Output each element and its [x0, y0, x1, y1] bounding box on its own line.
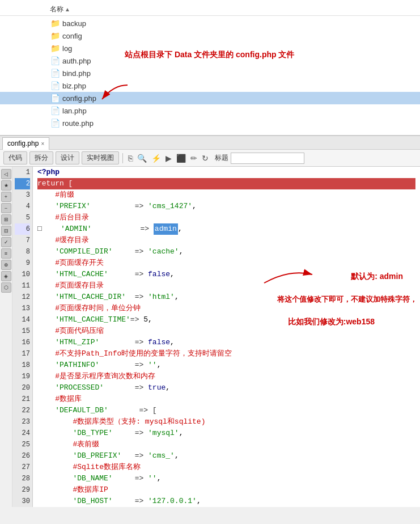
sidebar-icon-7[interactable]: ✓ [1, 237, 11, 247]
refresh-icon-button[interactable]: ↻ [200, 153, 210, 163]
live-view-button[interactable]: 实时视图 [82, 151, 119, 164]
stop-icon-button[interactable]: ⬛ [175, 153, 188, 163]
arrow-admin-annotation [261, 263, 318, 286]
php-file-icon: 📄 [50, 106, 60, 115]
code-editor[interactable]: 1 2 3 4 5 6 7 8 9 10 11 12 13 14 15 16 1… [12, 167, 420, 507]
line-num-30: 30 [15, 496, 30, 507]
pencil-icon-button[interactable]: ✏ [189, 153, 199, 163]
code-line-1: <?php [37, 167, 415, 178]
tab-close-button[interactable]: × [41, 141, 44, 147]
expand-icon-button[interactable]: ⚡ [150, 153, 163, 163]
tab-bar: config.php × [0, 136, 420, 150]
file-item-biz-php[interactable]: 📄 biz.php [0, 79, 420, 92]
zoom-icon-button[interactable]: 🔍 [135, 153, 149, 163]
sidebar-icon-11[interactable]: ⬡ [1, 282, 11, 293]
tab-label: config.php [7, 140, 39, 147]
line-num-27: 27 [15, 462, 30, 473]
line-num-12: 12 [15, 291, 30, 303]
code-line-6: □ 'ADMIN' => admin, [37, 223, 415, 235]
line-num-7: 7 [15, 235, 30, 246]
php-file-icon: 📄 [50, 56, 60, 65]
file-name: biz.php [62, 82, 86, 90]
sidebar-icon-8[interactable]: ≡ [1, 248, 11, 259]
line-num-6: 6 [15, 223, 30, 235]
line-num-14: 14 [15, 314, 30, 326]
line-num-18: 18 [15, 360, 30, 371]
file-list: 📁 backup 📁 config 📁 log 📄 auth.php 📄 bin… [0, 16, 420, 130]
code-line-22: 'DEFAULT_DB' => [ [37, 405, 415, 416]
sidebar-icon-1[interactable]: ◁ [1, 169, 11, 179]
line-num-26: 26 [15, 450, 30, 462]
file-name: config [62, 32, 82, 40]
code-line-27: #Sqlite数据库名称 [37, 462, 415, 473]
code-line-20: 'PROCESSED' => true, [37, 382, 415, 394]
title-input[interactable] [231, 153, 304, 164]
file-explorer-header: 名称 ▲ [0, 2, 420, 16]
code-line-21: #数据库 [37, 394, 415, 405]
code-line-5: #后台目录 [37, 212, 415, 223]
play-icon-button[interactable]: ▶ [164, 153, 173, 163]
code-line-15: #页面代码压缩 [37, 326, 415, 337]
sidebar-icon-3[interactable]: + [1, 192, 11, 202]
line-num-22: 22 [15, 405, 30, 416]
code-line-2: return [ [37, 178, 415, 189]
code-line-18: 'PATHINFO' => '', [37, 360, 415, 371]
code-line-3: #前缀 [37, 189, 415, 201]
annotation-modify-tip: 将这个值修改下即可，不建议加特殊字符， [277, 294, 417, 305]
sidebar-icon-10[interactable]: ◈ [1, 271, 11, 281]
tab-config-php[interactable]: config.php × [2, 137, 49, 150]
code-content[interactable]: <?php return [ #前缀 'PREFIX' => 'cms_1427… [33, 167, 420, 507]
line-num-24: 24 [15, 428, 30, 439]
line-num-29: 29 [15, 484, 30, 496]
sidebar-icon-9[interactable]: ⊕ [1, 260, 11, 270]
file-item-config[interactable]: 📁 config [0, 29, 420, 42]
split-button[interactable]: 拆分 [29, 151, 53, 164]
file-explorer: 名称 ▲ 站点根目录下 Data 文件夹里的 config.php 文件 📁 b… [0, 0, 420, 136]
sidebar-icon-4[interactable]: − [1, 203, 11, 213]
file-item-route-php[interactable]: 📄 route.php [0, 117, 420, 129]
line-num-10: 10 [15, 269, 30, 280]
line-num-20: 20 [15, 382, 30, 394]
annotation-example: 比如我们修改为:web158 [288, 317, 375, 327]
line-num-1: 1 [15, 167, 30, 178]
left-sidebar: ◁ ★ + − ⊞ ⊟ ✓ ≡ ⊕ ◈ ⬡ [0, 167, 12, 507]
annotation-default-admin: 默认为: admin [351, 272, 403, 282]
sidebar-icon-5[interactable]: ⊞ [1, 214, 11, 225]
line-num-19: 19 [15, 371, 30, 382]
line-num-3: 3 [15, 189, 30, 201]
code-line-19: #是否显示程序查询次数和内存 [37, 371, 415, 382]
toolbar-separator [122, 153, 123, 163]
file-item-backup[interactable]: 📁 backup [0, 17, 420, 29]
file-name: route.php [62, 119, 94, 128]
line-num-15: 15 [15, 326, 30, 337]
folder-icon: 📁 [50, 44, 60, 53]
annotation-text: 站点根目录下 Data 文件夹里的 config.php 文件 [125, 50, 294, 60]
file-name: auth.php [62, 57, 91, 65]
code-line-16: 'HTML_ZIP' => false, [37, 337, 415, 348]
line-num-8: 8 [15, 246, 30, 257]
line-num-16: 16 [15, 337, 30, 348]
folder-icon: 📁 [50, 19, 60, 28]
code-button[interactable]: 代码 [3, 151, 27, 164]
toolbar: 代码 拆分 设计 实时视图 ⎘ 🔍 ⚡ ▶ ⬛ ✏ ↻ 标题 [0, 150, 420, 167]
copy-icon-button[interactable]: ⎘ [126, 153, 134, 163]
file-item-config-php[interactable]: 📄 config.php [0, 92, 420, 104]
code-line-11: #页面缓存目录 [37, 280, 415, 291]
file-item-lan-php[interactable]: 📄 lan.php [0, 104, 420, 117]
sidebar-icon-2[interactable]: ★ [1, 180, 11, 191]
code-line-7: #缓存目录 [37, 235, 415, 246]
php-file-icon: 📄 [50, 119, 60, 128]
code-line-13: #页面缓存时间，单位分钟 [37, 303, 415, 314]
code-line-9: #页面缓存开关 [37, 257, 415, 269]
file-name: log [62, 44, 72, 53]
line-num-28: 28 [15, 473, 30, 484]
folder-icon: 📁 [50, 31, 60, 40]
php-file-icon: 📄 [50, 69, 60, 78]
code-line-25: #表前缀 [37, 439, 415, 450]
sidebar-icon-6[interactable]: ⊟ [1, 226, 11, 236]
line-num-13: 13 [15, 303, 30, 314]
code-line-8: 'COMPILE_DIR' => 'cache', [37, 246, 415, 257]
file-item-bind-php[interactable]: 📄 bind.php [0, 67, 420, 79]
design-button[interactable]: 设计 [56, 151, 79, 164]
toolbar-icon-group: ⎘ 🔍 ⚡ ▶ ⬛ ✏ ↻ [126, 153, 210, 163]
